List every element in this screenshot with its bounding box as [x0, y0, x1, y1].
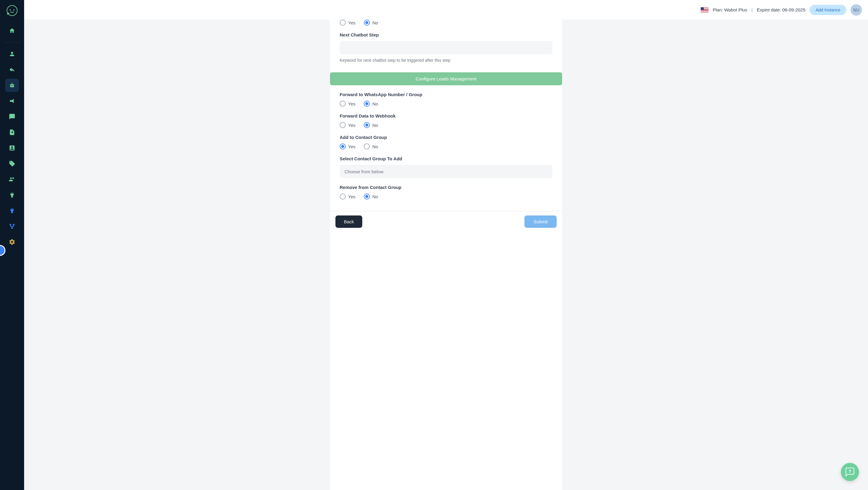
nav-plugin[interactable] — [5, 188, 19, 202]
nav-tags[interactable] — [5, 157, 19, 170]
forward-whatsapp-label: Forward to WhatsApp Number / Group — [340, 92, 553, 97]
radio-label: No — [372, 144, 378, 149]
radio-label: No — [372, 101, 378, 106]
svg-point-8 — [13, 224, 15, 226]
nav-integration[interactable] — [5, 204, 19, 217]
sidebar — [0, 0, 24, 490]
user-icon — [9, 51, 16, 57]
radio-icon — [340, 193, 346, 200]
form-card: Yes No Next Chatbot Step Keyword for nex… — [330, 20, 562, 490]
plug-icon — [9, 192, 16, 198]
add-contact-yes[interactable]: Yes — [340, 144, 355, 150]
nav-bot[interactable] — [5, 79, 19, 92]
remove-contact-label: Remove from Contact Group — [340, 185, 553, 190]
radio-label: Yes — [348, 101, 355, 106]
forward-webhook-no[interactable]: No — [364, 122, 378, 128]
tags-icon — [9, 160, 16, 167]
workflow-icon — [9, 223, 16, 229]
add-contact-no[interactable]: No — [364, 144, 378, 150]
users-icon — [9, 176, 16, 183]
save-response-no[interactable]: No — [364, 20, 378, 26]
radio-icon — [364, 144, 370, 150]
remove-contact-yes[interactable]: Yes — [340, 193, 355, 200]
back-button[interactable]: Back — [336, 215, 362, 228]
svg-point-5 — [12, 85, 13, 86]
nav-settings[interactable] — [5, 235, 19, 249]
radio-label: No — [372, 194, 378, 199]
next-step-helper: Keyword for next chatbot step to be trig… — [340, 58, 553, 63]
add-instance-button[interactable]: Add Instance — [809, 5, 846, 15]
nav-home[interactable] — [5, 24, 19, 37]
radio-label: No — [372, 123, 378, 128]
forward-webhook-radio-group: Yes No — [340, 122, 553, 128]
svg-point-9 — [11, 227, 13, 229]
save-response-yes[interactable]: Yes — [340, 20, 355, 26]
megaphone-icon — [9, 98, 16, 104]
svg-rect-3 — [10, 84, 14, 87]
add-contact-label: Add to Contact Group — [340, 135, 553, 140]
add-contact-radio-group: Yes No — [340, 144, 553, 150]
save-response-radio-group: Yes No — [340, 20, 553, 26]
forward-webhook-label: Forward Data to Webhook — [340, 113, 553, 118]
radio-icon — [340, 122, 346, 128]
nav-broadcast[interactable] — [5, 94, 19, 108]
nav-reply[interactable] — [5, 63, 19, 76]
next-step-label: Next Chatbot Step — [340, 32, 553, 37]
svg-point-1 — [10, 9, 11, 10]
radio-label: Yes — [348, 123, 355, 128]
plug-icon-2 — [9, 207, 16, 214]
forward-whatsapp-no[interactable]: No — [364, 101, 378, 107]
svg-point-4 — [11, 85, 12, 86]
select-group-dropdown[interactable]: Choose from below — [340, 165, 553, 178]
radio-icon — [364, 20, 370, 26]
svg-rect-6 — [12, 83, 12, 84]
radio-icon — [340, 20, 346, 26]
avatar[interactable]: NU — [850, 4, 862, 16]
plan-label: Plan: Wabot Plus — [713, 7, 747, 12]
form-footer: Back Submit — [330, 211, 562, 232]
select-placeholder: Choose from below — [344, 169, 383, 174]
main-area: Plan: Wabot Plus | Expire date: 06-09-20… — [24, 0, 868, 490]
address-book-icon — [9, 145, 16, 151]
forward-webhook-yes[interactable]: Yes — [340, 122, 355, 128]
nav-user[interactable] — [5, 47, 19, 61]
radio-icon — [364, 122, 370, 128]
remove-contact-radio-group: Yes No — [340, 193, 553, 200]
radio-icon — [364, 193, 370, 200]
radio-label: No — [372, 20, 378, 25]
radio-label: Yes — [348, 20, 355, 25]
nav-team[interactable] — [5, 173, 19, 186]
reply-icon — [9, 66, 16, 73]
svg-point-2 — [13, 9, 14, 10]
forward-whatsapp-yes[interactable]: Yes — [340, 101, 355, 107]
svg-point-0 — [7, 5, 17, 16]
help-chat-icon: ? — [845, 467, 855, 477]
radio-icon — [340, 144, 346, 150]
svg-point-7 — [10, 224, 11, 226]
gear-icon — [9, 239, 16, 245]
header: Plan: Wabot Plus | Expire date: 06-09-20… — [24, 0, 868, 20]
expire-label: Expire date: 06-09-2025 — [757, 7, 805, 12]
next-step-input[interactable] — [340, 41, 553, 54]
help-fab[interactable]: ? — [841, 463, 859, 481]
forward-whatsapp-radio-group: Yes No — [340, 101, 553, 107]
select-group-label: Select Contact Group To Add — [340, 156, 553, 161]
app-logo-icon — [6, 4, 18, 17]
svg-text:?: ? — [849, 469, 851, 474]
nav-chat[interactable] — [5, 110, 19, 123]
nav-separator — [4, 42, 21, 42]
file-export-icon — [9, 129, 16, 135]
radio-icon — [340, 101, 346, 107]
content-scroll[interactable]: Yes No Next Chatbot Step Keyword for nex… — [24, 20, 868, 490]
radio-icon — [364, 101, 370, 107]
nav-contacts[interactable] — [5, 141, 19, 155]
submit-button[interactable]: Submit — [524, 215, 557, 228]
flag-us-icon[interactable] — [701, 7, 709, 13]
nav-workflow[interactable] — [5, 220, 19, 233]
home-icon — [9, 27, 16, 34]
chat-icon — [9, 113, 16, 120]
nav-export[interactable] — [5, 126, 19, 139]
radio-label: Yes — [348, 194, 355, 199]
radio-label: Yes — [348, 144, 355, 149]
remove-contact-no[interactable]: No — [364, 193, 378, 200]
